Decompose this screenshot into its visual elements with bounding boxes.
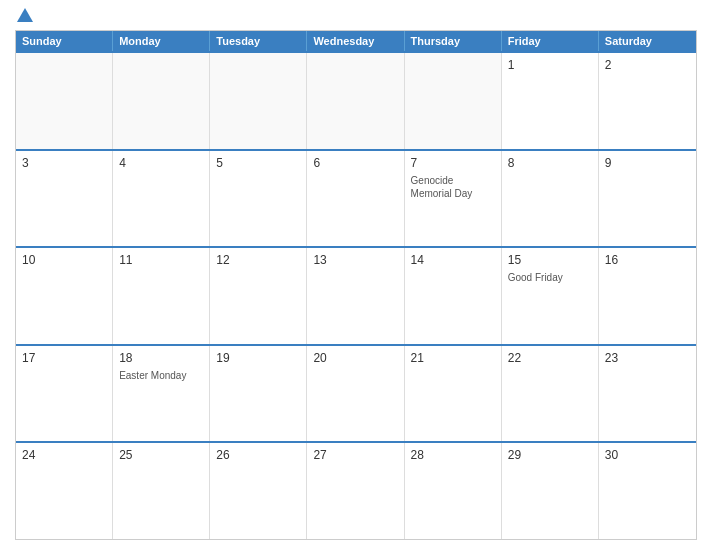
cal-cell-4-1: 25 — [113, 443, 210, 539]
day-number: 19 — [216, 351, 300, 365]
day-number: 23 — [605, 351, 690, 365]
day-number: 29 — [508, 448, 592, 462]
cal-cell-4-5: 29 — [502, 443, 599, 539]
dow-thursday: Thursday — [405, 31, 502, 51]
day-number: 13 — [313, 253, 397, 267]
cal-cell-1-5: 8 — [502, 151, 599, 247]
calendar-header: Sunday Monday Tuesday Wednesday Thursday… — [16, 31, 696, 51]
day-number: 24 — [22, 448, 106, 462]
dow-monday: Monday — [113, 31, 210, 51]
dow-tuesday: Tuesday — [210, 31, 307, 51]
dow-wednesday: Wednesday — [307, 31, 404, 51]
cal-cell-0-2 — [210, 53, 307, 149]
day-number: 12 — [216, 253, 300, 267]
calendar-row-0: 12 — [16, 51, 696, 149]
dow-saturday: Saturday — [599, 31, 696, 51]
logo-block — [15, 10, 33, 22]
cal-cell-3-4: 21 — [405, 346, 502, 442]
day-number: 14 — [411, 253, 495, 267]
cal-cell-0-5: 1 — [502, 53, 599, 149]
calendar-row-2: 101112131415Good Friday16 — [16, 246, 696, 344]
day-number: 25 — [119, 448, 203, 462]
cal-cell-4-3: 27 — [307, 443, 404, 539]
day-number: 28 — [411, 448, 495, 462]
cal-cell-0-0 — [16, 53, 113, 149]
cal-cell-2-1: 11 — [113, 248, 210, 344]
day-number: 10 — [22, 253, 106, 267]
cal-cell-4-4: 28 — [405, 443, 502, 539]
cal-cell-3-5: 22 — [502, 346, 599, 442]
day-number: 2 — [605, 58, 690, 72]
day-number: 9 — [605, 156, 690, 170]
day-number: 21 — [411, 351, 495, 365]
cal-cell-2-0: 10 — [16, 248, 113, 344]
cal-cell-0-6: 2 — [599, 53, 696, 149]
day-number: 8 — [508, 156, 592, 170]
day-number: 1 — [508, 58, 592, 72]
day-number: 26 — [216, 448, 300, 462]
day-number: 16 — [605, 253, 690, 267]
day-number: 5 — [216, 156, 300, 170]
dow-sunday: Sunday — [16, 31, 113, 51]
day-number: 15 — [508, 253, 592, 267]
cal-cell-1-2: 5 — [210, 151, 307, 247]
cal-cell-2-6: 16 — [599, 248, 696, 344]
day-number: 22 — [508, 351, 592, 365]
cal-cell-0-4 — [405, 53, 502, 149]
day-number: 11 — [119, 253, 203, 267]
logo-triangle-icon — [17, 8, 33, 22]
calendar-row-3: 1718Easter Monday1920212223 — [16, 344, 696, 442]
cal-cell-2-4: 14 — [405, 248, 502, 344]
cal-cell-1-0: 3 — [16, 151, 113, 247]
cal-cell-3-0: 17 — [16, 346, 113, 442]
day-number: 30 — [605, 448, 690, 462]
cal-cell-3-2: 19 — [210, 346, 307, 442]
cal-cell-0-1 — [113, 53, 210, 149]
cal-cell-3-3: 20 — [307, 346, 404, 442]
cal-cell-4-2: 26 — [210, 443, 307, 539]
cal-cell-4-0: 24 — [16, 443, 113, 539]
calendar-row-1: 34567Genocide Memorial Day89 — [16, 149, 696, 247]
cal-cell-2-5: 15Good Friday — [502, 248, 599, 344]
logo — [15, 10, 33, 22]
cal-cell-0-3 — [307, 53, 404, 149]
cal-cell-3-6: 23 — [599, 346, 696, 442]
day-number: 17 — [22, 351, 106, 365]
cal-cell-3-1: 18Easter Monday — [113, 346, 210, 442]
calendar-body: 1234567Genocide Memorial Day891011121314… — [16, 51, 696, 539]
cal-cell-2-3: 13 — [307, 248, 404, 344]
page: Sunday Monday Tuesday Wednesday Thursday… — [0, 0, 712, 550]
day-number: 18 — [119, 351, 203, 365]
cal-cell-1-6: 9 — [599, 151, 696, 247]
day-number: 3 — [22, 156, 106, 170]
cal-cell-1-1: 4 — [113, 151, 210, 247]
holiday-label: Good Friday — [508, 271, 592, 284]
day-number: 6 — [313, 156, 397, 170]
logo-row1 — [15, 10, 33, 22]
holiday-label: Easter Monday — [119, 369, 203, 382]
cal-cell-1-4: 7Genocide Memorial Day — [405, 151, 502, 247]
holiday-label: Genocide Memorial Day — [411, 174, 495, 200]
cal-cell-4-6: 30 — [599, 443, 696, 539]
calendar-row-4: 24252627282930 — [16, 441, 696, 539]
day-number: 7 — [411, 156, 495, 170]
cal-cell-1-3: 6 — [307, 151, 404, 247]
cal-cell-2-2: 12 — [210, 248, 307, 344]
day-number: 27 — [313, 448, 397, 462]
day-number: 4 — [119, 156, 203, 170]
day-number: 20 — [313, 351, 397, 365]
dow-friday: Friday — [502, 31, 599, 51]
header — [15, 10, 697, 22]
calendar: Sunday Monday Tuesday Wednesday Thursday… — [15, 30, 697, 540]
